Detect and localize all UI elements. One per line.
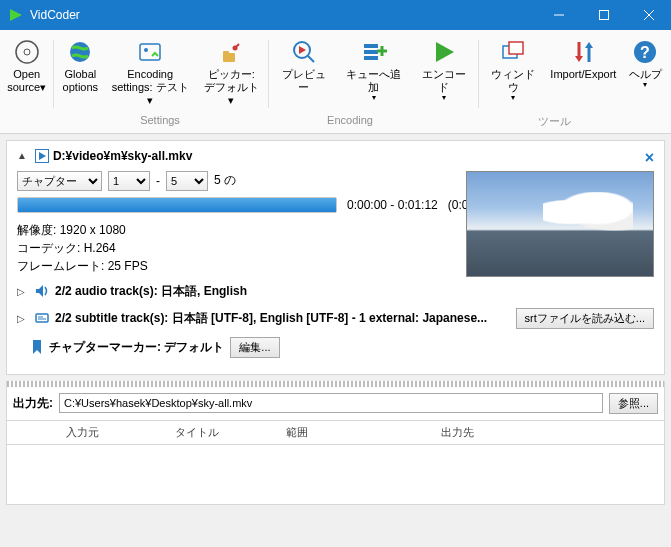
queue-table-header: 入力元 タイトル 範囲 出力先 (6, 421, 665, 445)
col-range: 範囲 (237, 425, 357, 440)
expand-file-toggle[interactable]: ▲ (17, 150, 27, 161)
disc-icon (13, 38, 41, 66)
play-icon (430, 38, 458, 66)
svg-point-9 (144, 48, 148, 52)
magnifier-icon (290, 38, 318, 66)
col-source: 入力元 (7, 425, 157, 440)
addqueue-drop: ▾ (372, 93, 376, 103)
help-drop: ▾ (643, 80, 647, 90)
help-icon: ? (631, 38, 659, 66)
subtitle-tracks: 2/2 subtitle track(s): 日本語 [UTF-8], Engl… (55, 310, 510, 327)
svg-point-7 (70, 42, 90, 62)
expand-subtitle-toggle[interactable]: ▷ (17, 313, 25, 324)
progress-bar (17, 197, 337, 213)
load-srt-button[interactable]: srtファイルを読み込む... (516, 308, 654, 329)
svg-text:?: ? (640, 44, 650, 61)
chapter-marker-label: チャプターマーカー: デフォルト (49, 339, 224, 356)
encoding-label1: Encoding (127, 68, 173, 81)
add-queue-button[interactable]: キューへ追加 ▾ (336, 36, 411, 108)
expand-audio-toggle[interactable]: ▷ (17, 286, 25, 297)
edit-chapter-button[interactable]: 編集... (230, 337, 279, 358)
audio-tracks: 2/2 audio track(s): 日本語, English (55, 283, 247, 300)
window-label: ウィンドウ (487, 68, 540, 94)
minimize-button[interactable] (536, 0, 581, 30)
time-range: 0:00:00 - 0:01:12 (347, 198, 438, 212)
chapter-suffix: 5 の (214, 172, 236, 189)
svg-point-5 (16, 41, 38, 63)
encoding-label2: settings: テスト▾ (110, 81, 190, 107)
preview-label: プレビュー (277, 68, 330, 94)
encode-drop: ▾ (442, 93, 446, 103)
svg-rect-18 (364, 50, 378, 54)
chapter-mode-select[interactable]: チャプター (17, 171, 102, 191)
chapter-from-select[interactable]: 1 (108, 171, 150, 191)
svg-rect-19 (364, 56, 378, 60)
global-options-button[interactable]: Global options (56, 36, 104, 98)
svg-rect-8 (140, 44, 160, 60)
addqueue-label: キューへ追加 (342, 68, 405, 94)
import-export-button[interactable]: Import/Export (546, 36, 621, 85)
subtitle-icon (35, 311, 49, 325)
svg-rect-17 (364, 44, 378, 48)
svg-rect-24 (509, 42, 523, 54)
import-export-icon (569, 38, 597, 66)
output-path-input[interactable] (59, 393, 603, 413)
group-settings-label: Settings (60, 114, 260, 129)
svg-line-15 (308, 56, 314, 62)
preview-button[interactable]: プレビュー (271, 36, 336, 98)
picker-icon (217, 38, 245, 66)
svg-rect-2 (599, 11, 608, 20)
globe-icon (66, 38, 94, 66)
picker-label2: デフォルト▾ (202, 81, 260, 107)
source-file-path: D:¥video¥m¥sky-all.mkv (53, 149, 192, 163)
encode-button[interactable]: エンコード ▾ (411, 36, 476, 108)
picker-label1: ピッカー: (208, 68, 255, 81)
windows-icon (499, 38, 527, 66)
svg-rect-34 (36, 314, 48, 322)
svg-marker-16 (299, 46, 306, 54)
open-label2: source▾ (7, 81, 46, 94)
preview-thumbnail[interactable] (466, 171, 654, 277)
group-encoding-label: Encoding (260, 114, 440, 129)
close-button[interactable] (626, 0, 671, 30)
output-label: 出力先: (13, 395, 53, 412)
bookmark-icon (31, 340, 43, 354)
global-label2: options (63, 81, 98, 94)
window-drop: ▾ (511, 93, 515, 103)
speaker-icon (35, 284, 49, 298)
chapter-to-select[interactable]: 5 (166, 171, 208, 191)
impexp-label: Import/Export (550, 68, 616, 81)
picker-button[interactable]: ピッカー: デフォルト▾ (196, 36, 266, 112)
svg-marker-33 (36, 285, 43, 297)
svg-marker-26 (575, 56, 583, 62)
close-source-button[interactable]: × (645, 149, 654, 167)
window-button[interactable]: ウィンドウ ▾ (481, 36, 546, 108)
global-label1: Global (64, 68, 96, 81)
svg-marker-0 (10, 9, 22, 21)
open-source-button[interactable]: Open source▾ (2, 36, 51, 98)
svg-line-13 (235, 44, 239, 48)
browse-button[interactable]: 参照... (609, 393, 658, 414)
svg-rect-10 (223, 53, 235, 62)
add-queue-icon (360, 38, 388, 66)
col-output: 出力先 (357, 425, 557, 440)
encode-label: エンコード (417, 68, 470, 94)
open-label1: Open (13, 68, 40, 81)
queue-table-body (6, 445, 665, 505)
col-title: タイトル (157, 425, 237, 440)
help-button[interactable]: ? ヘルプ ▾ (621, 36, 669, 95)
settings-icon (136, 38, 164, 66)
group-tools-label: ツール (440, 114, 669, 129)
svg-marker-28 (585, 42, 593, 48)
play-file-icon (35, 149, 49, 163)
encoding-settings-button[interactable]: Encoding settings: テスト▾ (104, 36, 196, 112)
app-logo (8, 7, 24, 23)
window-title: VidCoder (30, 8, 536, 22)
maximize-button[interactable] (581, 0, 626, 30)
svg-marker-22 (436, 42, 454, 62)
svg-rect-11 (223, 51, 229, 54)
svg-point-6 (24, 49, 30, 55)
